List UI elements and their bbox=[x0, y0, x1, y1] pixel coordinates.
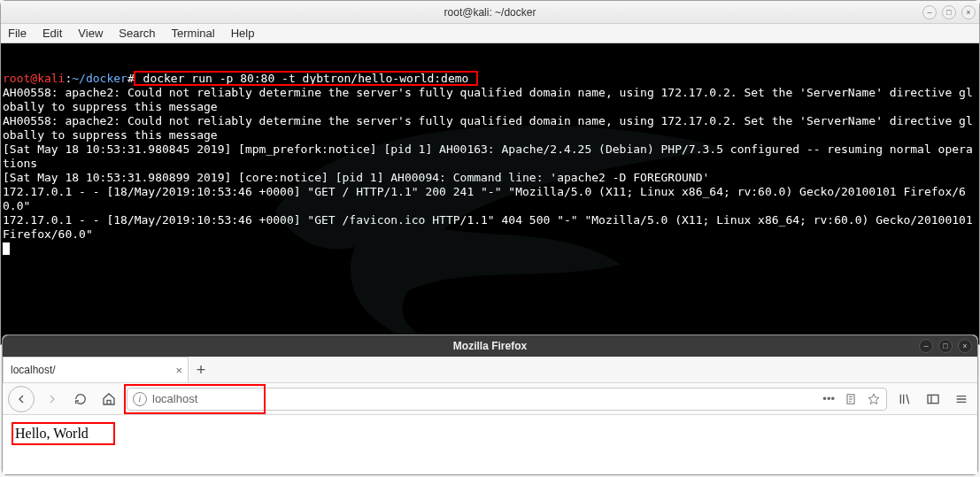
arrow-right-icon bbox=[45, 392, 59, 406]
menu-help[interactable]: Help bbox=[231, 27, 255, 40]
forward-button bbox=[42, 389, 63, 410]
terminal-title: root@kali: ~/docker bbox=[1, 6, 979, 19]
reload-button[interactable] bbox=[70, 389, 91, 410]
star-icon[interactable] bbox=[867, 392, 881, 406]
sidebar-icon bbox=[926, 392, 940, 406]
terminal-window: root@kali: ~/docker – □ × File Edit View… bbox=[0, 0, 980, 345]
prompt-line: root@kali:~/docker# docker run -p 80:80 … bbox=[3, 72, 477, 85]
reload-icon bbox=[73, 392, 88, 406]
menu-terminal[interactable]: Terminal bbox=[172, 27, 215, 40]
firefox-right-tools bbox=[894, 389, 972, 410]
terminal-menubar: File Edit View Search Terminal Help bbox=[1, 24, 979, 43]
maximize-button[interactable]: □ bbox=[942, 5, 956, 19]
menu-search[interactable]: Search bbox=[119, 27, 155, 40]
output-line: 172.17.0.1 - - [18/May/2019:10:53:46 +00… bbox=[3, 213, 979, 241]
tab-close-icon[interactable]: × bbox=[175, 364, 182, 377]
home-icon bbox=[102, 392, 116, 406]
prompt-path: ~/docker bbox=[72, 72, 127, 85]
urlbar-right-controls: ••• bbox=[822, 392, 881, 406]
library-button[interactable] bbox=[894, 389, 915, 410]
new-tab-button[interactable]: + bbox=[189, 358, 213, 382]
reader-icon[interactable] bbox=[844, 392, 858, 406]
close-button[interactable]: × bbox=[961, 5, 976, 19]
sidebar-button[interactable] bbox=[922, 389, 944, 410]
firefox-tabbar: localhost/ × + bbox=[3, 357, 977, 383]
prompt-hash: # bbox=[127, 72, 135, 85]
tab-label: localhost/ bbox=[11, 364, 56, 376]
hamburger-icon bbox=[954, 392, 968, 406]
firefox-window: Mozilla Firefox – □ × localhost/ × + i bbox=[2, 335, 978, 475]
page-content: Hello, World bbox=[3, 415, 977, 474]
output-line: [Sat May 18 10:53:31.980899 2019] [core:… bbox=[3, 171, 709, 184]
page-actions-button[interactable]: ••• bbox=[822, 392, 835, 405]
menu-button[interactable] bbox=[951, 389, 972, 410]
output-line: AH00558: apache2: Could not reliably det… bbox=[3, 86, 973, 113]
terminal-cursor bbox=[3, 242, 10, 255]
back-button[interactable] bbox=[8, 386, 35, 412]
firefox-titlebar: Mozilla Firefox – □ × bbox=[3, 335, 977, 357]
firefox-window-controls: – □ × bbox=[919, 339, 972, 353]
info-icon[interactable]: i bbox=[133, 392, 147, 406]
page-text: Hello, World bbox=[15, 426, 89, 441]
prompt-user: root@kali bbox=[3, 72, 65, 85]
output-line: 172.17.0.1 - - [18/May/2019:10:53:46 +00… bbox=[3, 185, 966, 212]
menu-view[interactable]: View bbox=[78, 27, 103, 40]
menu-edit[interactable]: Edit bbox=[42, 27, 62, 40]
firefox-toolbar: i localhost ••• bbox=[3, 383, 977, 415]
firefox-title: Mozilla Firefox bbox=[3, 340, 977, 352]
url-bar[interactable]: i localhost ••• bbox=[127, 388, 887, 411]
terminal-titlebar: root@kali: ~/docker – □ × bbox=[1, 1, 979, 24]
command-highlighted: docker run -p 80:80 -t dybtron/hello-wor… bbox=[135, 72, 478, 85]
home-button[interactable] bbox=[98, 389, 120, 410]
library-icon bbox=[898, 392, 912, 406]
maximize-button[interactable]: □ bbox=[938, 339, 953, 353]
svg-rect-0 bbox=[928, 395, 938, 403]
menu-file[interactable]: File bbox=[8, 27, 27, 40]
tab-localhost[interactable]: localhost/ × bbox=[3, 357, 189, 382]
arrow-left-icon bbox=[14, 392, 28, 406]
close-button[interactable]: × bbox=[958, 339, 972, 353]
terminal-window-controls: – □ × bbox=[922, 5, 976, 19]
minimize-button[interactable]: – bbox=[919, 339, 933, 353]
url-text: localhost bbox=[152, 392, 197, 405]
output-line: [Sat May 18 10:53:31.980845 2019] [mpm_p… bbox=[3, 142, 973, 170]
terminal-output-area[interactable]: root@kali:~/docker# docker run -p 80:80 … bbox=[1, 43, 979, 344]
output-line: AH00558: apache2: Could not reliably det… bbox=[3, 114, 973, 142]
page-text-highlighted: Hello, World bbox=[12, 422, 115, 445]
minimize-button[interactable]: – bbox=[922, 5, 937, 19]
